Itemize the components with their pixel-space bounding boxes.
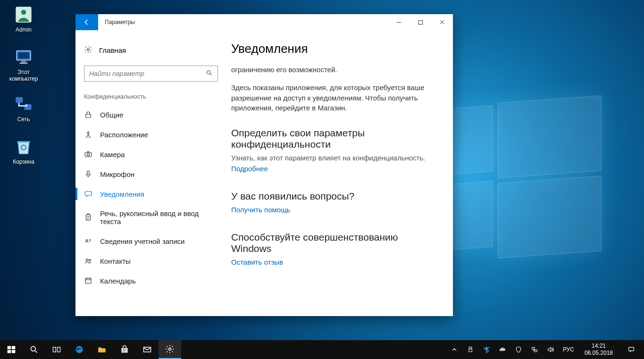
- start-button[interactable]: [0, 340, 23, 359]
- sidebar-item-camera[interactable]: Камера: [75, 144, 226, 164]
- sidebar-item-label: Расположение: [100, 131, 148, 139]
- svg-rect-29: [58, 347, 60, 352]
- page-title: Уведомления: [231, 42, 439, 56]
- sidebar-item-label: Общие: [100, 111, 123, 119]
- tray-defender-icon[interactable]: [513, 346, 524, 353]
- svg-rect-28: [53, 347, 56, 352]
- maximize-button[interactable]: [410, 14, 431, 30]
- sidebar-item-label: Уведомления: [100, 190, 144, 198]
- action-center-button[interactable]: [621, 346, 641, 353]
- svg-point-39: [169, 348, 171, 351]
- desktop-icon-this-pc[interactable]: Этот компьютер: [5, 47, 42, 82]
- sidebar-item-general[interactable]: Общие: [75, 105, 226, 125]
- titlebar[interactable]: Параметры: [75, 14, 453, 30]
- search-box[interactable]: [84, 66, 218, 82]
- taskbar-app-store[interactable]: [113, 340, 136, 359]
- svg-rect-36: [124, 351, 125, 351]
- section-heading: Способствуйте совершенствованию Windows: [231, 232, 439, 254]
- chat-icon: [84, 190, 92, 198]
- sidebar-item-contacts[interactable]: Контакты: [75, 251, 226, 271]
- desktop-icon-label: Этот: [5, 69, 42, 75]
- taskbar-app-edge[interactable]: [68, 340, 91, 359]
- id-card-icon: [84, 237, 92, 245]
- svg-rect-31: [99, 349, 106, 352]
- taskbar-app-explorer[interactable]: [91, 340, 113, 359]
- sidebar-item-location[interactable]: Расположение: [75, 125, 226, 144]
- recycle-bin-icon: [14, 137, 33, 157]
- minimize-button[interactable]: [388, 14, 410, 30]
- svg-rect-35: [125, 349, 125, 350]
- svg-rect-40: [469, 347, 471, 349]
- svg-rect-5: [20, 63, 28, 64]
- get-help-link[interactable]: Получить помощь: [231, 206, 290, 214]
- clipboard-icon: [84, 213, 92, 222]
- sidebar-item-calendar[interactable]: Календарь: [75, 271, 226, 291]
- learn-more-link[interactable]: Подробнее: [231, 165, 268, 173]
- svg-rect-12: [86, 114, 91, 117]
- section-heading: У вас появились вопросы?: [231, 191, 439, 202]
- desktop: Admin Этот компьютер Сеть Корзина Параме…: [0, 0, 644, 340]
- search-button[interactable]: [23, 340, 45, 359]
- sidebar-item-label: Контакты: [100, 257, 131, 265]
- desktop-icon-label: Корзина: [5, 159, 42, 165]
- sidebar-item-notifications[interactable]: Уведомления: [75, 184, 226, 204]
- desktop-icon-admin[interactable]: Admin: [5, 5, 42, 33]
- content-text: Здесь показаны приложения, для которых т…: [231, 83, 439, 113]
- svg-rect-26: [12, 350, 16, 353]
- home-label: Главная: [99, 46, 126, 54]
- task-view-button[interactable]: [45, 340, 68, 359]
- tray-network-icon[interactable]: [529, 346, 540, 353]
- tray-volume-icon[interactable]: [545, 346, 556, 353]
- sidebar-item-account[interactable]: Сведения учетной записи: [75, 231, 226, 251]
- tray-clock[interactable]: 14:21 06.05.2018: [581, 342, 617, 357]
- svg-point-15: [87, 153, 89, 156]
- svg-rect-33: [121, 348, 127, 353]
- tray-chevron-up-icon[interactable]: [449, 346, 460, 353]
- svg-point-11: [207, 70, 211, 74]
- desktop-icon-label: компьютер: [5, 75, 42, 82]
- clock-time: 14:21: [585, 342, 613, 350]
- clock-date: 06.05.2018: [585, 350, 613, 357]
- tray-bluetooth-icon[interactable]: [481, 346, 492, 353]
- sidebar-item-label: Календарь: [100, 277, 136, 285]
- calendar-icon: [84, 276, 92, 285]
- tray-usb-icon[interactable]: [465, 346, 476, 353]
- taskbar-app-settings[interactable]: [159, 340, 181, 359]
- contacts-icon: [84, 257, 92, 265]
- tray-onedrive-icon[interactable]: [497, 346, 508, 353]
- search-input[interactable]: [89, 70, 206, 77]
- desktop-icon-label: Сеть: [5, 116, 42, 123]
- settings-window: Параметры Главная Конфиденциальность: [75, 14, 453, 316]
- tray-language[interactable]: РУС: [561, 346, 576, 353]
- sidebar-item-microphone[interactable]: Микрофон: [75, 164, 226, 184]
- svg-rect-44: [629, 347, 634, 351]
- sidebar-item-label: Камера: [100, 150, 125, 159]
- svg-point-13: [87, 132, 89, 134]
- back-button[interactable]: [75, 14, 98, 30]
- desktop-icon-network[interactable]: Сеть: [5, 94, 42, 123]
- search-icon: [206, 69, 213, 78]
- svg-rect-37: [125, 351, 125, 351]
- sidebar-item-speech[interactable]: Речь, рукописный ввод и ввод текста: [75, 204, 226, 231]
- svg-rect-25: [8, 350, 11, 353]
- microphone-icon: [84, 170, 92, 178]
- svg-rect-24: [12, 346, 16, 350]
- svg-point-10: [87, 49, 90, 51]
- content-pane: Уведомления ограничению его возможностей…: [226, 30, 453, 316]
- system-tray: РУС 14:21 06.05.2018: [446, 340, 644, 359]
- svg-rect-43: [535, 350, 537, 352]
- sidebar-item-label: Сведения учетной записи: [100, 237, 185, 245]
- svg-rect-16: [87, 171, 90, 175]
- window-title: Параметры: [98, 14, 388, 30]
- desktop-icon-recycle-bin[interactable]: Корзина: [5, 137, 42, 165]
- close-button[interactable]: [431, 14, 453, 30]
- feedback-link[interactable]: Оставить отзыв: [231, 258, 283, 266]
- svg-rect-32: [100, 347, 101, 349]
- lock-icon: [84, 110, 92, 119]
- svg-rect-17: [85, 192, 92, 196]
- home-link[interactable]: Главная: [75, 42, 226, 59]
- svg-point-20: [86, 259, 89, 261]
- svg-rect-3: [18, 52, 29, 58]
- taskbar-app-mail[interactable]: [136, 340, 159, 359]
- location-icon: [84, 130, 92, 139]
